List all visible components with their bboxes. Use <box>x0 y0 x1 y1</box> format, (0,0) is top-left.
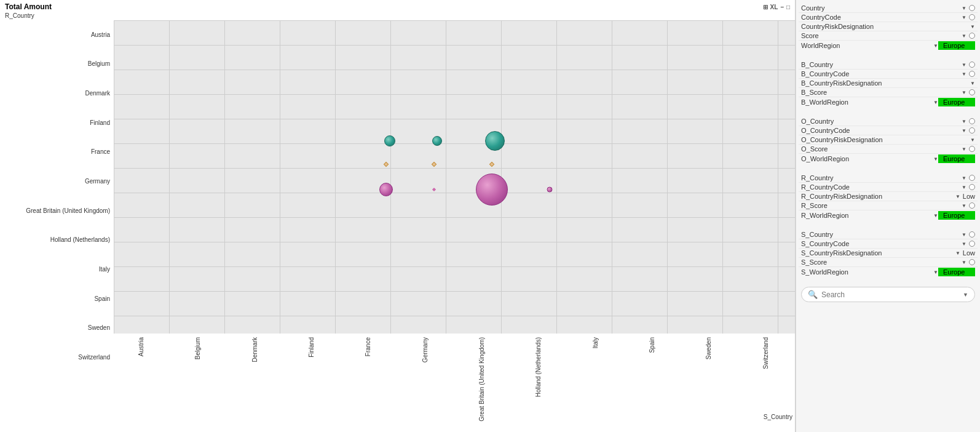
dropdown-arrow-icon[interactable]: ▼ <box>933 43 938 49</box>
search-box[interactable]: 🔍 ▼ <box>801 287 975 302</box>
filter-section-1: Country ▼ CountryCode ▼ CountryRiskDesig… <box>799 4 978 50</box>
dropdown-arrow-icon[interactable]: ▼ <box>933 100 938 105</box>
y-label: Finland <box>5 120 110 126</box>
filter-radio[interactable] <box>969 33 975 39</box>
x-label: Austria <box>138 337 146 356</box>
filter-radio[interactable] <box>969 127 975 134</box>
filter-radio[interactable] <box>969 231 975 238</box>
filter-label: CountryRiskDesignation <box>801 23 969 30</box>
filter-radio[interactable] <box>969 71 975 77</box>
filter-radio[interactable] <box>969 62 975 68</box>
dropdown-arrow-icon[interactable]: ▼ <box>933 213 938 218</box>
filter-row: R_Country ▼ <box>799 174 978 183</box>
y-label: France <box>5 149 110 155</box>
filter-radio[interactable] <box>969 259 975 265</box>
x-label: Finland <box>308 337 317 358</box>
filter-label: R_WorldRegion <box>801 212 932 219</box>
dropdown-arrow-icon[interactable]: ▼ <box>955 194 960 199</box>
dropdown-arrow-icon[interactable]: ▼ <box>970 24 975 30</box>
dropdown-arrow-icon[interactable]: ▼ <box>933 156 938 162</box>
filter-row: S_WorldRegion ▼ Europe <box>799 267 978 277</box>
chart-icon-group: ⊞ XL – □ <box>763 4 790 10</box>
dropdown-arrow-icon[interactable]: ▼ <box>962 33 966 39</box>
filter-value-green[interactable]: Europe <box>938 211 975 220</box>
dropdown-arrow-icon[interactable]: ▼ <box>962 71 966 77</box>
dropdown-arrow-icon[interactable]: ▼ <box>955 250 960 256</box>
dropdown-arrow-icon[interactable]: ▼ <box>970 137 975 143</box>
dropdown-arrow-icon[interactable]: ▼ <box>962 62 966 68</box>
filter-value-green[interactable]: Europe <box>938 41 975 50</box>
dropdown-arrow-icon[interactable]: ▼ <box>962 241 966 247</box>
filter-value: Low <box>963 249 975 257</box>
filter-row: Score ▼ <box>799 31 978 41</box>
filter-row: CountryCode ▼ <box>799 13 978 22</box>
dropdown-arrow-icon[interactable]: ▼ <box>962 146 966 152</box>
x-axis-footer: S_Country <box>114 414 795 422</box>
filter-label: Score <box>801 32 960 39</box>
filter-row: R_CountryCode ▼ <box>799 183 978 192</box>
dropdown-arrow-icon[interactable]: ▼ <box>933 270 938 275</box>
diamond-pink-1 <box>432 188 436 191</box>
filter-value-green[interactable]: Europe <box>938 98 975 106</box>
filter-row: S_CountryRiskDesignation ▼ Low <box>799 249 978 258</box>
search-dropdown-arrow-icon[interactable]: ▼ <box>963 292 968 298</box>
search-icon: 🔍 <box>808 290 818 299</box>
chart-title-bar: Total Amount ⊞ XL – □ <box>0 0 795 12</box>
filter-row: B_Country ▼ <box>799 60 978 70</box>
filter-section-3: O_Country ▼ O_CountryCode ▼ O_CountryRis… <box>799 117 978 164</box>
filter-value: Low <box>963 193 975 200</box>
filter-label: B_WorldRegion <box>801 98 932 106</box>
y-axis-labels: Austria Belgium Denmark Finland France G… <box>0 20 114 422</box>
filter-row: S_Score ▼ <box>799 258 978 267</box>
plot-area-wrapper: Austria Belgium Denmark Finland France G… <box>114 20 795 422</box>
filter-radio[interactable] <box>969 175 975 181</box>
filter-section-4: R_Country ▼ R_CountryCode ▼ R_CountryRis… <box>799 174 978 220</box>
y-label: Denmark <box>5 90 110 97</box>
filter-label: S_Score <box>801 258 960 266</box>
filter-radio[interactable] <box>969 89 975 95</box>
diamond-orange-2 <box>432 162 437 167</box>
dropdown-arrow-icon[interactable]: ▼ <box>962 6 966 11</box>
x-label: Germany <box>422 337 430 362</box>
y-label: Holland (Netherlands) <box>5 237 110 243</box>
dropdown-arrow-icon[interactable]: ▼ <box>962 185 966 190</box>
filter-radio[interactable] <box>969 202 975 209</box>
grid-icon[interactable]: ⊞ <box>763 4 768 10</box>
filter-row: O_CountryRiskDesignation ▼ <box>799 135 978 145</box>
dropdown-arrow-icon[interactable]: ▼ <box>962 15 966 20</box>
maximize-icon[interactable]: □ <box>786 4 790 10</box>
filter-row: R_WorldRegion ▼ Europe <box>799 210 978 220</box>
dropdown-arrow-icon[interactable]: ▼ <box>962 90 966 95</box>
filter-label: Country <box>801 4 960 12</box>
filter-label: B_CountryRiskDesignation <box>801 79 969 87</box>
filter-radio[interactable] <box>969 184 975 190</box>
search-input[interactable] <box>821 290 959 299</box>
minimize-icon[interactable]: – <box>780 4 784 10</box>
filter-label: B_Country <box>801 61 960 68</box>
dropdown-arrow-icon[interactable]: ▼ <box>962 260 966 265</box>
dropdown-arrow-icon[interactable]: ▼ <box>962 232 966 238</box>
filter-row: CountryRiskDesignation ▼ <box>799 22 978 31</box>
section-divider <box>799 169 978 174</box>
x-label: Spain <box>649 337 657 353</box>
filter-label: R_CountryRiskDesignation <box>801 193 954 200</box>
filter-radio[interactable] <box>969 14 975 20</box>
dropdown-arrow-icon[interactable]: ▼ <box>962 175 966 181</box>
dropdown-arrow-icon[interactable]: ▼ <box>962 203 966 209</box>
filter-radio[interactable] <box>969 118 975 124</box>
filter-radio[interactable] <box>969 146 975 152</box>
y-label: Austria <box>5 32 110 38</box>
filter-label: O_Score <box>801 145 960 153</box>
filter-value-green[interactable]: Europe <box>938 154 975 163</box>
dropdown-arrow-icon[interactable]: ▼ <box>962 128 966 134</box>
dropdown-arrow-icon[interactable]: ▼ <box>962 119 966 124</box>
bubble-pink-tiny <box>547 186 553 192</box>
filter-label: WorldRegion <box>801 42 932 49</box>
dropdown-arrow-icon[interactable]: ▼ <box>970 81 975 86</box>
y-label: Germany <box>5 178 110 185</box>
filter-radio[interactable] <box>969 5 975 11</box>
filter-radio[interactable] <box>969 241 975 247</box>
bubble-teal-large <box>485 131 505 151</box>
filter-value-green[interactable]: Europe <box>938 268 975 276</box>
xl-icon[interactable]: XL <box>770 4 778 10</box>
